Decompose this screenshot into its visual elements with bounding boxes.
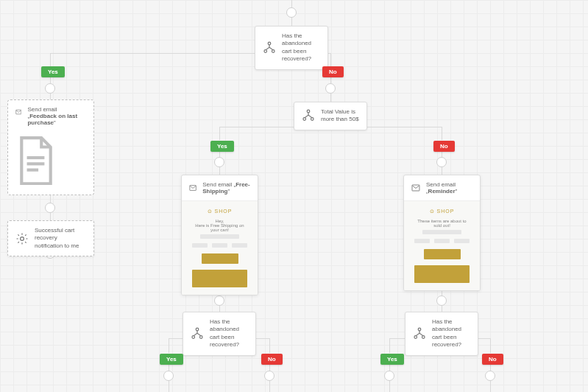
badge-label: No (268, 356, 276, 363)
condition-cart-recovered-2[interactable]: Has the abandoned cart been recovered? (183, 312, 256, 356)
branch-icon (191, 327, 204, 340)
preview-cta (424, 249, 461, 259)
email-preview: ⊙ SHOP These items are about to sold out… (404, 201, 480, 290)
mail-icon (411, 182, 420, 194)
preview-line: Here is Free Shipping on your cart! (192, 223, 247, 232)
condition-total-value[interactable]: Total Value is more than 50$ (294, 102, 367, 130)
badge-label: Yes (48, 69, 58, 75)
add-node-plus[interactable] (436, 295, 447, 306)
add-node-plus[interactable] (436, 157, 447, 167)
add-node-plus[interactable] (286, 7, 297, 18)
badge-label: No (489, 356, 497, 363)
action-label: Send email „Free-Shipping” (202, 181, 250, 195)
add-node-plus[interactable] (384, 371, 394, 381)
action-notify-me[interactable]: Successful cart recovery notification to… (7, 220, 94, 256)
preview-logo: ⊙ SHOP (192, 209, 247, 214)
condition-cart-recovered-3[interactable]: Has the abandoned cart been recovered? (405, 312, 478, 356)
branch-icon (263, 41, 276, 55)
badge-label: No (329, 69, 337, 75)
condition-cart-recovered[interactable]: Has the abandoned cart been recovered? (255, 26, 328, 70)
action-send-feedback-email[interactable]: Send email „Feedback on last purchase” (7, 99, 94, 195)
add-node-plus[interactable] (485, 371, 495, 381)
badge-label: No (440, 143, 448, 150)
branch-yes-badge[interactable]: Yes (41, 66, 65, 77)
add-node-plus[interactable] (163, 371, 174, 381)
add-node-plus[interactable] (214, 295, 224, 306)
condition-label: Has the abandoned cart been recovered? (282, 32, 320, 63)
mail-icon (15, 106, 21, 118)
action-label: Successful cart recovery notification to… (35, 227, 86, 250)
branch-icon (302, 109, 315, 122)
add-node-plus[interactable] (264, 371, 274, 381)
branch-yes-badge[interactable]: Yes (210, 141, 234, 152)
document-icon (15, 136, 57, 185)
email-preview: ⊙ SHOP Hey, Here is Free Shipping on you… (182, 201, 258, 295)
gear-icon (15, 232, 29, 245)
branch-yes-badge[interactable]: Yes (160, 354, 183, 365)
add-node-plus[interactable] (45, 203, 55, 213)
action-label: Send email „Feedback on last purchase” (27, 106, 86, 126)
action-send-free-shipping-email[interactable]: Send email „Free-Shipping” ⊙ SHOP Hey, H… (181, 175, 258, 295)
condition-label: Has the abandoned cart been recovered? (210, 318, 248, 349)
add-node-plus[interactable] (45, 83, 55, 94)
branch-no-badge[interactable]: No (433, 141, 455, 152)
badge-label: Yes (387, 356, 397, 363)
badge-label: Yes (217, 143, 227, 150)
mail-icon (189, 182, 196, 194)
preview-cta (202, 253, 238, 264)
branch-yes-badge[interactable]: Yes (380, 354, 404, 365)
branch-icon (413, 327, 426, 340)
add-node-plus[interactable] (214, 157, 224, 167)
action-label: Send email „Reminder” (426, 181, 472, 195)
condition-label: Total Value is more than 50$ (321, 108, 359, 124)
badge-label: Yes (166, 356, 177, 363)
branch-no-badge[interactable]: No (482, 354, 503, 365)
action-send-reminder-email[interactable]: Send email „Reminder” ⊙ SHOP These items… (403, 175, 481, 291)
branch-no-badge[interactable]: No (261, 354, 283, 365)
add-node-plus[interactable] (325, 83, 336, 94)
preview-line: These items are about to sold out! (414, 219, 470, 228)
condition-label: Has the abandoned cart been recovered? (432, 318, 470, 349)
branch-no-badge[interactable]: No (322, 66, 344, 77)
preview-logo: ⊙ SHOP (414, 209, 470, 214)
